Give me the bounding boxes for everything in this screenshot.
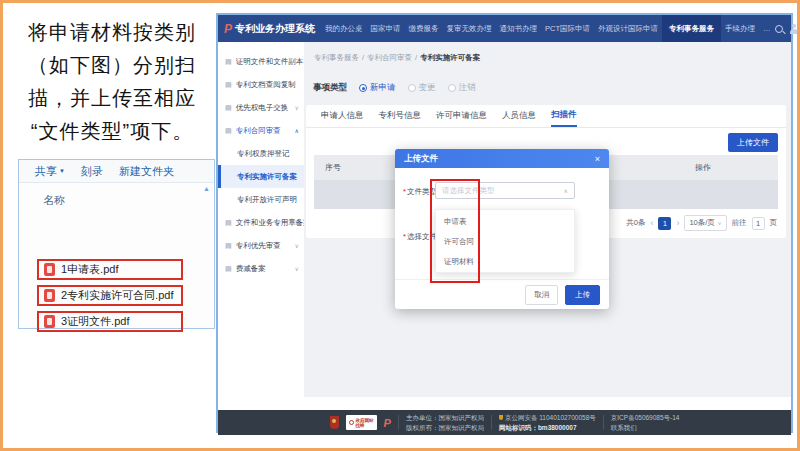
tab-patent-number-info[interactable]: 专利号信息 (379, 105, 422, 127)
sidebar-item-priority-examination[interactable]: ▤ 专利优先审查 ∨ (218, 234, 304, 257)
sidebar-item-fee-reduction[interactable]: ▤ 费减备案 ∨ (218, 257, 304, 280)
share-button[interactable]: 共享 ▼ (35, 164, 65, 179)
breadcrumb-current: 专利实施许可备案 (420, 53, 480, 62)
file-item-application-form[interactable]: 1申请表.pdf (37, 259, 183, 280)
breadcrumb-segment[interactable]: 专利事务服务 (314, 53, 359, 62)
footer-contact-link[interactable]: 联系我们 (611, 423, 680, 433)
breadcrumb-separator: / (362, 53, 364, 62)
nav-item-more[interactable]: … (759, 15, 775, 42)
radio-cancel[interactable]: 注销 (448, 82, 476, 94)
document-icon: ▤ (225, 127, 232, 135)
top-nav: P 专利业务办理系统 我的办公桌 国家申请 缴费服务 复审无效办理 通知书办理 … (218, 15, 791, 42)
radio-icon (359, 84, 367, 92)
search-icon[interactable] (775, 25, 783, 33)
document-icon: ▤ (225, 104, 232, 112)
dropdown-arrow-icon: ▼ (59, 168, 65, 174)
prev-page-icon[interactable]: ‹ (650, 218, 653, 228)
nav-item-design-international[interactable]: 外观设计国际申请 (594, 15, 662, 42)
file-item-license-contract[interactable]: 2专利实施许可合同.pdf (37, 285, 183, 306)
user-avatar-icon[interactable] (789, 24, 799, 34)
burn-button[interactable]: 刻录 (81, 164, 103, 179)
footer-beian: 京公网安备 11040102700058号 (499, 413, 596, 423)
sidebar-subitem-license-recordal[interactable]: 专利实施许可备案 (218, 165, 304, 188)
nav-item-payment-service[interactable]: 缴费服务 (405, 15, 443, 42)
nav-item-procedures[interactable]: 手续办理 (721, 15, 759, 42)
upload-file-button[interactable]: 上传文件 (728, 133, 778, 152)
page-size-select[interactable]: 10条/页 ∨ (684, 215, 726, 231)
goto-page-input[interactable]: 1 (752, 217, 765, 230)
page-number-button[interactable]: 1 (658, 217, 671, 230)
tab-license-application-info[interactable]: 许可申请信息 (436, 105, 487, 127)
tab-bar: 申请人信息 专利号信息 许可申请信息 人员信息 扫描件 (306, 105, 786, 128)
breadcrumb-segment[interactable]: 专利合同审查 (367, 53, 412, 62)
file-item-certificate[interactable]: 3证明文件.pdf (37, 311, 183, 332)
nav-item-reexamination[interactable]: 复审无效办理 (443, 15, 496, 42)
modal-title: 上传文件 (404, 153, 438, 165)
cnipa-logo-icon: P (224, 22, 232, 36)
brand: P 专利业务办理系统 (224, 22, 315, 36)
sidebar-subitem-pledge-registration[interactable]: 专利权质押登记 (218, 142, 304, 165)
pdf-file-icon (44, 289, 55, 302)
nav-item-pct[interactable]: PCT国际申请 (541, 15, 594, 42)
pagination-total: 共0条 (626, 218, 645, 228)
nav-item-my-desk[interactable]: 我的办公桌 (321, 15, 367, 42)
radio-new-application[interactable]: 新申请 (359, 82, 396, 94)
radio-change[interactable]: 变更 (408, 82, 436, 94)
explorer-file-list: ▲ 名称 1申请表.pdf 2专利实施许可合同.pdf 3证明文件.pdf (19, 183, 214, 328)
next-page-icon[interactable]: › (676, 218, 679, 228)
goto-label: 前往 (732, 218, 747, 228)
chevron-down-icon: ∨ (718, 220, 722, 226)
tab-applicant-info[interactable]: 申请人信息 (321, 105, 364, 127)
sort-asc-icon[interactable]: ▲ (203, 185, 210, 192)
sidebar-item-contract-review[interactable]: ▤ 专利合同审查 ∧ (218, 119, 304, 142)
new-folder-button[interactable]: 新建文件夹 (119, 164, 174, 179)
sidebar-subitem-open-license[interactable]: 专利开放许可声明 (218, 188, 304, 211)
tab-personnel-info[interactable]: 人员信息 (502, 105, 536, 127)
close-icon[interactable]: × (595, 154, 600, 164)
footer-divider (603, 415, 604, 430)
matter-type-row: 事项类型 新申请 变更 注销 (313, 82, 476, 94)
app-screenshot: P 专利业务办理系统 我的办公桌 国家申请 缴费服务 复审无效办理 通知书办理 … (216, 13, 793, 433)
document-icon: ▤ (225, 265, 232, 273)
footer-icp-block: 京ICP备05069085号-14 联系我们 (611, 413, 680, 432)
column-serial: 序号 (314, 162, 341, 173)
explorer-toolbar: 共享 ▼ 刻录 新建文件夹 (19, 160, 214, 183)
security-badge-icon (499, 415, 503, 420)
sidebar-item-seal-recordal[interactable]: ▤ 文件和业务专用章备案 ∨ (218, 211, 304, 234)
gov-logo-text: 政府网站 找错 (356, 418, 374, 428)
nav-item-patent-affairs[interactable]: 专利事务服务 (662, 15, 721, 42)
footer-beian-block: 京公网安备 11040102700058号 网站标识码：bm38000007 (499, 413, 596, 432)
confirm-upload-button[interactable]: 上传 (565, 285, 600, 305)
sidebar-item-certificates[interactable]: ▤ 证明文件和文件副本 (218, 50, 304, 73)
site-footer: 政府网站 找错 P 主办单位：国家知识产权局 版权所有：国家知识产权局 京公网安… (218, 410, 791, 435)
modal-footer: 取消 上传 (395, 279, 609, 309)
sidebar: ▤ 证明文件和文件副本 ▤ 专利文档查阅复制 ▤ 优先权电子交换 ∨ ▤ 专利合… (218, 42, 304, 397)
goto-suffix: 页 (770, 218, 778, 228)
chevron-up-icon: ∧ (564, 187, 568, 194)
tab-scanned-files[interactable]: 扫描件 (551, 105, 577, 127)
footer-copyright: 版权所有：国家知识产权局 (406, 423, 484, 433)
instruction-line: （如下图）分别扫 (8, 49, 216, 82)
footer-host-block: 主办单位：国家知识产权局 版权所有：国家知识产权局 (406, 413, 484, 432)
pdf-file-icon (44, 315, 55, 328)
footer-divider (491, 415, 492, 430)
name-column-header[interactable]: 名称 (43, 193, 65, 208)
pdf-file-icon (44, 263, 55, 276)
document-icon: ▤ (225, 81, 232, 89)
chevron-down-icon: ∨ (295, 242, 299, 249)
instruction-line: 描，并上传至相应 (8, 82, 216, 115)
file-explorer-window: 共享 ▼ 刻录 新建文件夹 ▲ 名称 1申请表.pdf 2专利实施许可合同.pd… (18, 159, 215, 329)
instruction-line: “文件类型”项下。 (8, 115, 216, 148)
document-icon: ▤ (225, 242, 232, 250)
footer-site-code: 网站标识码：bm38000007 (499, 423, 596, 433)
modal-body: *文件类型 请选择文件类型 ∧ *选择文件 申请表 许可合同 证明材料 (395, 168, 609, 279)
cancel-button[interactable]: 取消 (525, 285, 558, 305)
nav-item-notifications[interactable]: 通知书办理 (496, 15, 542, 42)
nav-right-controls: ∨ (775, 22, 800, 35)
sidebar-item-priority-exchange[interactable]: ▤ 优先权电子交换 ∨ (218, 96, 304, 119)
sidebar-item-document-copy[interactable]: ▤ 专利文档查阅复制 (218, 73, 304, 96)
required-mark: * (403, 232, 406, 241)
footer-icp: 京ICP备05069085号-14 (611, 413, 680, 423)
breadcrumb: 专利事务服务/专利合同审查/专利实施许可备案 (314, 53, 480, 63)
nav-item-national-application[interactable]: 国家申请 (367, 15, 405, 42)
